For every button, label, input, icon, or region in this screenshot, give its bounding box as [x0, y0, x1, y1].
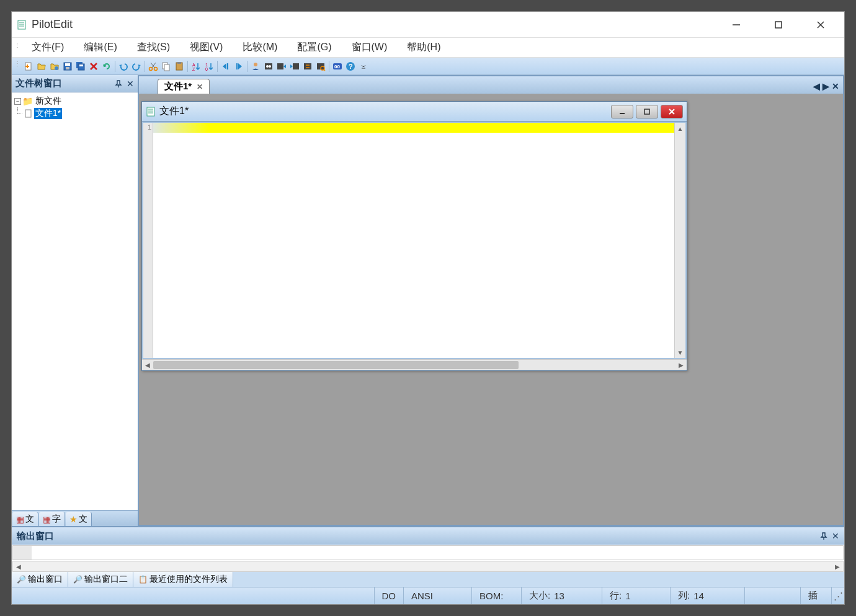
delete-icon[interactable] — [87, 60, 100, 73]
tab-next-icon[interactable]: ▶ — [823, 81, 829, 91]
scroll-up-icon[interactable]: ▲ — [675, 123, 685, 134]
find-prev-icon[interactable] — [288, 60, 301, 73]
h-scroll-track[interactable] — [153, 360, 675, 370]
output-body[interactable] — [12, 545, 844, 560]
scroll-right-icon[interactable]: ▶ — [675, 360, 687, 370]
tab-prev-icon[interactable]: ◀ — [813, 81, 820, 91]
statusbar: DO ANSI BOM: 大小:13 行:1 列:14 插 ⋰ — [12, 587, 844, 604]
menu-view[interactable]: 视图(V) — [180, 38, 233, 56]
menu-file[interactable]: 文件(F) — [22, 38, 74, 56]
open-folder-icon[interactable] — [48, 60, 61, 73]
svg-point-9 — [55, 66, 58, 70]
output-tab-2[interactable]: 🔎输出窗口二 — [68, 572, 133, 587]
menu-config[interactable]: 配置(G) — [287, 38, 341, 56]
h-scroll-thumb[interactable] — [153, 361, 519, 369]
sidebar-tab-1[interactable]: ▦文 — [12, 512, 38, 526]
horizontal-scrollbar[interactable]: ◀ ▶ — [142, 359, 687, 370]
expand-icon[interactable]: − — [14, 98, 21, 105]
sort-icon[interactable]: AZ — [190, 60, 202, 73]
svg-rect-25 — [177, 62, 181, 64]
replace-icon[interactable] — [301, 60, 314, 73]
copy-icon[interactable] — [160, 60, 172, 73]
save-all-icon[interactable] — [74, 60, 87, 73]
maximize-button[interactable] — [765, 16, 792, 34]
svg-rect-48 — [147, 107, 154, 116]
svg-rect-47 — [25, 110, 31, 117]
svg-text:Z: Z — [192, 67, 195, 71]
child-titlebar[interactable]: 文件1* — [142, 102, 687, 122]
start-icon[interactable] — [220, 60, 232, 73]
output-tab-3[interactable]: 📋最近使用的文件列表 — [133, 572, 233, 587]
tab-nav: ◀ ▶ ✕ — [813, 81, 839, 94]
save-icon[interactable] — [61, 60, 74, 73]
sidebar-tabs: ▦文 ▦字 ★文 — [12, 510, 138, 526]
editor-content[interactable] — [153, 123, 674, 358]
editor-tab-active[interactable]: 文件1* ✕ — [158, 79, 210, 94]
cut-icon[interactable] — [147, 60, 159, 73]
tab-close-all-icon[interactable]: ✕ — [832, 81, 839, 91]
find-icon[interactable] — [262, 60, 275, 73]
output-title: 输出窗口 — [17, 530, 816, 542]
menu-compare[interactable]: 比较(M) — [233, 38, 287, 56]
find-next-icon[interactable] — [275, 60, 288, 73]
child-maximize-button[interactable] — [636, 105, 658, 118]
user-icon[interactable] — [249, 60, 262, 73]
help-icon[interactable]: ? — [344, 60, 357, 73]
resize-grip-icon[interactable]: ⋰ — [832, 591, 844, 602]
output-gutter — [13, 546, 32, 560]
binoculars-icon: 🔎 — [17, 575, 26, 584]
output-scrollbar[interactable]: ◀ ▶ — [12, 561, 844, 572]
output-panel: 输出窗口 ✕ ◀ ▶ 🔎输出窗口 🔎输出窗口二 📋最近使用的文件列表 — [12, 526, 844, 587]
file-tree[interactable]: − 📁 新文件 文件1* — [12, 92, 138, 510]
window-controls — [723, 16, 834, 34]
menu-window[interactable]: 窗口(W) — [342, 38, 398, 56]
menu-search[interactable]: 查找(S) — [127, 38, 180, 56]
paste-icon[interactable] — [173, 60, 185, 73]
menu-edit[interactable]: 编辑(E) — [74, 38, 127, 56]
output-scroll-track[interactable] — [24, 561, 832, 571]
find-files-icon[interactable] — [314, 60, 327, 73]
close-button[interactable] — [807, 16, 834, 34]
undo-icon[interactable] — [117, 60, 130, 73]
toolbar-overflow-icon[interactable] — [357, 60, 370, 73]
sort-num-icon[interactable]: 10 — [203, 60, 215, 73]
output-scroll-right-icon[interactable]: ▶ — [832, 561, 843, 571]
end-icon[interactable] — [233, 60, 245, 73]
output-close-icon[interactable]: ✕ — [832, 531, 839, 541]
status-row: 行:1 — [602, 587, 671, 604]
sidebar-tab-3[interactable]: ★文 — [66, 512, 92, 526]
scroll-left-icon[interactable]: ◀ — [142, 360, 153, 370]
binoculars-icon: 🔎 — [73, 575, 82, 584]
menu-grip[interactable]: ⋮ — [14, 42, 19, 54]
redo-icon[interactable] — [130, 60, 143, 73]
vertical-scrollbar[interactable]: ▲ ▼ — [674, 123, 685, 358]
output-header: 输出窗口 ✕ — [12, 527, 844, 545]
output-tab-1[interactable]: 🔎输出窗口 — [12, 572, 68, 587]
svg-text:1: 1 — [205, 63, 208, 67]
toolbar-grip[interactable]: ⋮ — [14, 60, 19, 73]
sidebar-close-icon[interactable]: ✕ — [127, 79, 134, 89]
sidebar-tab-2[interactable]: ▦字 — [39, 512, 65, 526]
pin-icon[interactable] — [114, 79, 123, 88]
app-icon — [17, 20, 27, 30]
tree-file-node[interactable]: 文件1* — [14, 107, 135, 120]
scroll-down-icon[interactable]: ▼ — [675, 347, 685, 358]
tab-close-icon[interactable]: ✕ — [197, 83, 203, 91]
svg-rect-5 — [775, 22, 782, 28]
svg-rect-53 — [644, 109, 649, 114]
tree-root-label: 新文件 — [34, 96, 63, 107]
tree-root-node[interactable]: − 📁 新文件 — [14, 95, 135, 107]
refresh-icon[interactable] — [100, 60, 113, 73]
scroll-track[interactable] — [675, 134, 685, 347]
open-file-icon[interactable] — [35, 60, 48, 73]
output-pin-icon[interactable] — [819, 532, 828, 540]
hex-icon[interactable]: 00 — [331, 60, 344, 73]
status-insert: 插 — [801, 587, 832, 604]
child-minimize-button[interactable] — [611, 105, 633, 118]
minimize-button[interactable] — [723, 16, 750, 34]
svg-point-32 — [254, 63, 257, 66]
child-close-button[interactable] — [661, 105, 683, 118]
output-scroll-left-icon[interactable]: ◀ — [13, 561, 24, 571]
new-file-icon[interactable] — [22, 60, 35, 73]
menu-help[interactable]: 帮助(H) — [397, 38, 450, 56]
